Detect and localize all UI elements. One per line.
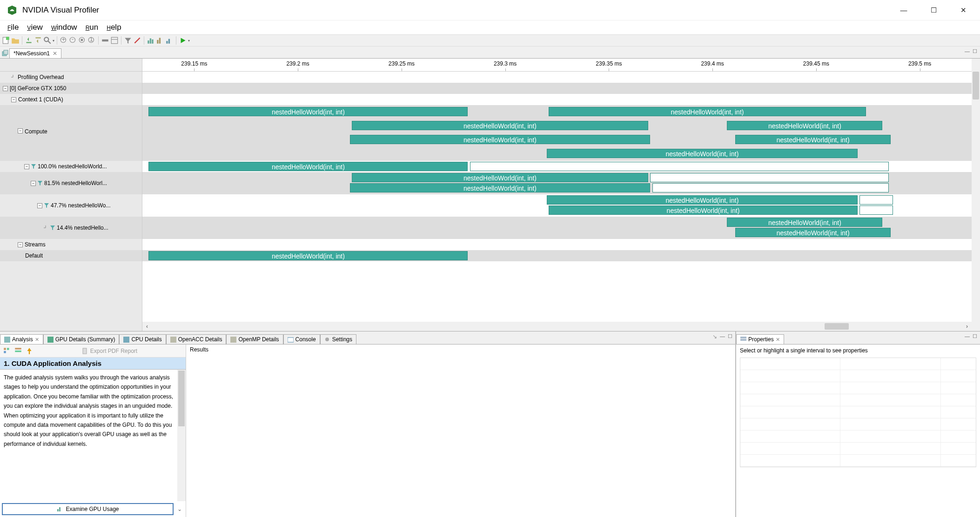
collapse-icon[interactable]: −: [24, 164, 29, 169]
close-tab-icon[interactable]: ✕: [776, 337, 780, 343]
export-icon[interactable]: [34, 36, 42, 45]
menu-run[interactable]: Run: [82, 21, 102, 33]
kernel-bar[interactable]: nestedHelloWorld(int, int): [148, 251, 468, 260]
kernel-bar[interactable]: nestedHelloWorld(int, int): [350, 135, 651, 144]
new-session-icon[interactable]: [2, 36, 10, 45]
collapse-icon[interactable]: [101, 36, 109, 45]
kernel-bar[interactable]: nestedHelloWorld(int, int): [735, 135, 891, 144]
open-icon[interactable]: [11, 36, 20, 45]
analysis-scrollbar[interactable]: [177, 370, 186, 501]
filter-icon[interactable]: [124, 36, 132, 45]
reset-icon[interactable]: [25, 347, 34, 355]
kernel-bar[interactable]: nestedHelloWorld(int, int): [148, 107, 468, 116]
tree-row-kernel-47[interactable]: − 47.7% nestedHelloWo...: [0, 194, 142, 217]
tree-label: Profiling Overhead: [18, 74, 64, 80]
scroll-right-icon[interactable]: ›: [962, 323, 972, 330]
run-icon[interactable]: [179, 36, 187, 45]
horizontal-scrollbar[interactable]: ‹ ›: [142, 322, 972, 331]
kernel-bar[interactable]: nestedHelloWorld(int, int): [350, 183, 651, 192]
tree-row-overhead[interactable]: Profiling Overhead: [0, 72, 142, 83]
zoom-out-icon[interactable]: -: [69, 36, 77, 45]
tab-openmp[interactable]: OpenMP Details: [226, 334, 283, 344]
kernel-bar[interactable]: [859, 195, 893, 205]
close-tab-icon[interactable]: ✕: [53, 50, 57, 57]
kernel-bar[interactable]: nestedHelloWorld(int, int): [549, 205, 858, 215]
guided-icon[interactable]: [3, 347, 11, 355]
tab-gpu-details[interactable]: GPU Details (Summary): [43, 334, 120, 344]
kernel-bar[interactable]: [859, 205, 893, 215]
tab-console[interactable]: Console: [283, 334, 320, 344]
tree-row-context[interactable]: − Context 1 (CUDA): [0, 94, 142, 105]
tab-properties[interactable]: Properties ✕: [736, 334, 784, 344]
minimize-panel-icon[interactable]: —: [720, 333, 725, 340]
properties-body: Select or highlight a single interval to…: [736, 345, 980, 517]
menu-help[interactable]: Help: [103, 21, 125, 33]
kernel-bar[interactable]: nestedHelloWorld(int, int): [352, 121, 648, 130]
tree-row-kernel-81[interactable]: − 81.5% nestedHelloWorl...: [0, 172, 142, 194]
kernel-bar[interactable]: nestedHelloWorld(int, int): [547, 149, 858, 158]
vertical-scrollbar[interactable]: [972, 59, 980, 331]
expand-icon[interactable]: [110, 36, 119, 45]
session-stack-icon[interactable]: [2, 50, 8, 56]
minimize-panel-icon[interactable]: —: [965, 333, 970, 339]
kernel-bar[interactable]: [650, 173, 888, 182]
chart-icon-3[interactable]: [165, 36, 174, 45]
highlight-icon[interactable]: [133, 36, 141, 45]
maximize-panel-icon[interactable]: ☐: [973, 48, 977, 54]
session-tab[interactable]: *NewSession1 ✕: [9, 48, 61, 58]
tab-settings[interactable]: Settings: [320, 334, 356, 344]
chart-icon-2[interactable]: [156, 36, 164, 45]
tree-row-default[interactable]: Default: [0, 250, 142, 261]
import-icon[interactable]: [25, 36, 33, 45]
kernel-bar[interactable]: nestedHelloWorld(int, int): [735, 228, 891, 237]
collapse-icon[interactable]: −: [37, 203, 42, 208]
zoom-fit-icon[interactable]: [78, 36, 87, 45]
maximize-panel-icon[interactable]: ☐: [728, 333, 732, 340]
close-button[interactable]: ✕: [948, 1, 978, 20]
close-tab-icon[interactable]: ✕: [35, 337, 39, 343]
kernel-bar[interactable]: [470, 162, 889, 171]
unguided-icon[interactable]: [14, 347, 22, 355]
kernel-bar[interactable]: [652, 183, 889, 192]
collapse-icon[interactable]: −: [18, 128, 23, 133]
collapse-icon[interactable]: −: [11, 97, 16, 102]
timeline-chart[interactable]: 239.15 ms239.2 ms239.25 ms239.3 ms239.35…: [142, 59, 980, 331]
kernel-bar[interactable]: nestedHelloWorld(int, int): [547, 195, 858, 205]
tab-analysis[interactable]: Analysis ✕: [0, 334, 43, 344]
chart-icon-1[interactable]: [147, 36, 155, 45]
minimize-button[interactable]: —: [889, 1, 919, 20]
maximize-panel-icon[interactable]: ☐: [973, 333, 977, 339]
zoom-icon[interactable]: [43, 36, 52, 45]
collapse-icon[interactable]: −: [31, 181, 36, 186]
dropdown-arrow-icon[interactable]: ▾: [188, 39, 190, 43]
maximize-button[interactable]: ☐: [919, 1, 948, 20]
tree-row-device[interactable]: − [0] GeForce GTX 1050: [0, 83, 142, 94]
examine-gpu-usage-button[interactable]: Examine GPU Usage: [2, 503, 174, 515]
scroll-left-icon[interactable]: ‹: [142, 323, 152, 330]
tree-row-streams[interactable]: − Streams: [0, 239, 142, 250]
tab-openacc[interactable]: OpenACC Details: [166, 334, 227, 344]
panel-menu-icon[interactable]: ↘: [712, 333, 717, 340]
export-pdf-button[interactable]: Export PDF Report: [36, 348, 183, 354]
kernel-bar[interactable]: nestedHelloWorld(int, int): [549, 107, 866, 116]
zoom-in-icon[interactable]: +: [60, 36, 68, 45]
tab-cpu-details[interactable]: CPU Details: [119, 334, 166, 344]
collapse-icon[interactable]: −: [18, 242, 23, 247]
dropdown-arrow-icon[interactable]: ▾: [53, 39, 54, 43]
minimize-panel-icon[interactable]: —: [965, 48, 970, 54]
properties-tabs: Properties ✕ — ☐: [736, 331, 980, 345]
menu-view[interactable]: View: [23, 21, 47, 33]
kernel-bar[interactable]: nestedHelloWorld(int, int): [727, 121, 882, 130]
menu-file[interactable]: File: [4, 21, 22, 33]
tree-row-kernel-100[interactable]: − 100.0% nestedHelloWorld...: [0, 161, 142, 172]
bottom-panels: Analysis ✕ GPU Details (Summary) CPU Det…: [0, 331, 980, 517]
zoom-reset-icon[interactable]: 1: [87, 36, 96, 45]
tree-row-kernel-14[interactable]: 14.4% nestedHello...: [0, 217, 142, 239]
menu-window[interactable]: Window: [47, 21, 81, 33]
tree-row-compute[interactable]: − Compute: [0, 105, 142, 161]
kernel-bar[interactable]: nestedHelloWorld(int, int): [727, 218, 882, 227]
chevron-down-icon[interactable]: ⌄: [175, 506, 184, 512]
collapse-icon[interactable]: −: [3, 86, 8, 91]
kernel-bar[interactable]: nestedHelloWorld(int, int): [148, 162, 468, 171]
kernel-bar[interactable]: nestedHelloWorld(int, int): [352, 173, 648, 182]
